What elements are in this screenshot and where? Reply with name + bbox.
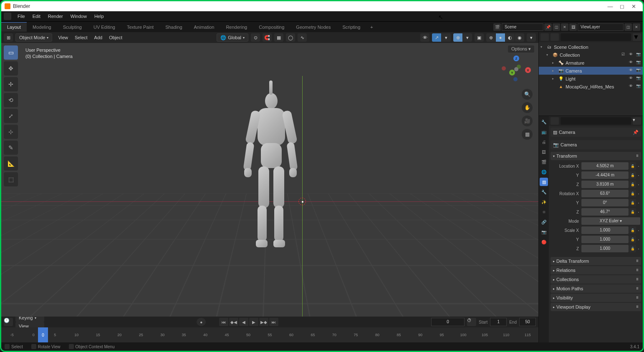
outliner-item-armature[interactable]: ▸🦴Armature👁📷 — [539, 59, 643, 67]
keyframe-dot-icon[interactable]: • — [637, 173, 640, 177]
outliner-item-collection[interactable]: ▾📦Collection☑👁📷 — [539, 51, 643, 59]
outliner-toggle-icon[interactable]: ☑ — [620, 52, 626, 58]
gizmo-neg-z[interactable] — [513, 77, 518, 81]
nav-gizmo[interactable]: X Y Z — [502, 55, 531, 84]
scene-new-icon[interactable]: ◫ — [553, 23, 560, 31]
gizmo-toggle-icon[interactable]: ↗ — [432, 33, 441, 42]
section-collections[interactable]: ▸ Collections⠿ — [551, 275, 641, 284]
viewport-menu-view[interactable]: View — [55, 34, 71, 41]
constraint-tab-icon[interactable]: 🔗 — [540, 218, 548, 226]
gizmo-z-axis[interactable]: Z — [513, 55, 519, 61]
prop-value-field[interactable]: 46.7° — [581, 208, 629, 216]
keyframe-dot-icon[interactable]: • — [637, 210, 640, 214]
editor-type-icon[interactable]: ⊞ — [4, 33, 13, 42]
menu-window[interactable]: Window — [67, 13, 91, 20]
tool-tab-icon[interactable]: 🔧 — [540, 118, 548, 126]
snap-icon[interactable]: 🧲 — [263, 33, 272, 42]
end-frame-field[interactable]: 50 — [519, 318, 536, 326]
menu-render[interactable]: Render — [44, 13, 67, 20]
menu-file[interactable]: File — [14, 13, 29, 20]
measure-tool[interactable]: 📐 — [4, 156, 18, 171]
rotate-tool[interactable]: ⟲ — [4, 93, 18, 107]
annotate-tool[interactable]: ✎ — [4, 141, 18, 155]
menu-edit[interactable]: Edit — [29, 13, 44, 20]
lock-icon[interactable]: 🔓 — [629, 162, 636, 170]
scene-field[interactable]: Scene — [502, 23, 543, 31]
physics-tab-icon[interactable]: ⚛ — [540, 208, 548, 216]
properties-filter-icon[interactable]: ▾ — [633, 117, 641, 125]
outliner-toggle-icon[interactable]: 📷 — [635, 52, 641, 58]
transform-section-header[interactable]: ▾ Transform⠿ — [551, 152, 641, 160]
keyframe-dot-icon[interactable]: • — [637, 201, 640, 205]
outliner-toggle-icon[interactable]: 📷 — [635, 76, 641, 82]
outliner-toggle-icon[interactable]: 📷 — [635, 60, 641, 66]
viewlayer-delete-icon[interactable]: ✕ — [633, 23, 640, 31]
output-tab-icon[interactable]: 🖨 — [540, 138, 548, 146]
start-frame-field[interactable]: 1 — [490, 318, 507, 326]
outliner-scene-collection[interactable]: ▾🗂Scene Collection — [539, 43, 643, 51]
tab-geometry-nodes[interactable]: Geometry Nodes — [290, 23, 336, 32]
proportional-edit-icon[interactable]: ◯ — [286, 33, 295, 42]
mode-dropdown[interactable]: Object Mode ▾ — [15, 33, 52, 42]
material-tab-icon[interactable]: 🔴 — [540, 238, 548, 246]
cursor-tool[interactable]: ✥ — [4, 61, 18, 75]
prop-value-field[interactable]: 0° — [581, 199, 629, 206]
select-box-tool[interactable]: ▭ — [4, 45, 18, 60]
lock-icon[interactable]: 🔓 — [629, 245, 636, 252]
pin-icon[interactable]: 📌 — [633, 130, 639, 135]
lock-icon[interactable]: 🔓 — [629, 208, 636, 216]
shading-rendered-icon[interactable]: ◉ — [515, 33, 524, 42]
transform-tool[interactable]: ⊹ — [4, 125, 18, 139]
viewlayer-browse-icon[interactable]: 🖼 — [569, 23, 577, 31]
keyframe-dot-icon[interactable]: • — [637, 238, 640, 241]
scene-pin-icon[interactable]: 📌 — [544, 23, 552, 31]
tab-modeling[interactable]: Modeling — [27, 23, 57, 32]
outliner-toggle-icon[interactable]: 👁 — [628, 60, 634, 66]
visibility-icon[interactable]: 👁 — [420, 33, 429, 42]
scene-tab-icon[interactable]: 🎬 — [540, 158, 548, 166]
scale-tool[interactable]: ⤢ — [4, 109, 18, 123]
zoom-icon[interactable]: 🔍 — [522, 89, 533, 100]
lock-icon[interactable]: 🔓 — [629, 236, 636, 243]
play-reverse-icon[interactable]: ◀ — [239, 318, 248, 326]
lock-icon[interactable]: 🔓 — [629, 190, 636, 197]
viewport-options-dropdown[interactable]: Options ▾ — [508, 45, 534, 53]
add-cube-tool[interactable]: ⬚ — [4, 172, 18, 186]
scene-browse-icon[interactable]: 🎬 — [493, 23, 501, 31]
outliner-toggle-icon[interactable]: 👁 — [628, 84, 634, 90]
shading-material-icon[interactable]: ◐ — [505, 33, 515, 42]
prop-value-field[interactable]: 1.000 — [581, 226, 629, 234]
tab-compositing[interactable]: Compositing — [253, 23, 290, 32]
outliner-item-camera[interactable]: ▸📷Camera👁📷 — [539, 67, 643, 75]
pivot-icon[interactable]: ⊙ — [251, 33, 260, 42]
gizmo-dropdown-icon[interactable]: ▾ — [442, 33, 451, 42]
xray-icon[interactable]: ▣ — [475, 33, 484, 42]
proportional-falloff-icon[interactable]: ∿ — [298, 33, 307, 42]
object-tab-icon[interactable]: ▨ — [540, 178, 548, 186]
orientation-dropdown[interactable]: 🌐 Global ▾ — [217, 33, 248, 42]
prop-value-field[interactable]: 1.000 — [581, 245, 629, 252]
overlay-dropdown-icon[interactable]: ▾ — [463, 33, 472, 42]
breadcrumb-object[interactable]: ▨ Camera 📌 — [551, 128, 641, 137]
section-viewport-display[interactable]: ▸ Viewport Display⠿ — [551, 303, 641, 311]
shading-dropdown-icon[interactable]: ▾ — [527, 33, 536, 42]
prop-value-field[interactable]: -4.4424 m — [581, 171, 629, 179]
scene-delete-icon[interactable]: ✕ — [561, 23, 568, 31]
section-relations[interactable]: ▸ Relations⠿ — [551, 266, 641, 274]
tab-uv-editing[interactable]: UV Editing — [88, 23, 121, 32]
camera-view-icon[interactable]: 🎥 — [522, 116, 533, 126]
keyframe-dot-icon[interactable]: • — [637, 183, 640, 186]
viewlayer-tab-icon[interactable]: 🖼 — [540, 148, 548, 156]
outliner-display-mode-icon[interactable] — [551, 33, 559, 41]
outliner-toggle-icon[interactable]: 👁 — [628, 52, 634, 58]
world-tab-icon[interactable]: 🌐 — [540, 168, 548, 176]
viewport-menu-select[interactable]: Select — [71, 34, 91, 41]
overlay-toggle-icon[interactable]: ⊕ — [453, 33, 462, 42]
data-tab-icon[interactable]: 📷 — [540, 228, 548, 236]
menu-help[interactable]: Help — [91, 13, 108, 20]
current-frame-field[interactable]: 0 — [431, 318, 465, 326]
properties-search-input[interactable] — [561, 117, 631, 125]
keyframe-dot-icon[interactable]: • — [637, 164, 640, 168]
pan-icon[interactable]: ✋ — [522, 102, 533, 113]
prop-value-field[interactable]: 4.5052 m — [581, 162, 629, 170]
